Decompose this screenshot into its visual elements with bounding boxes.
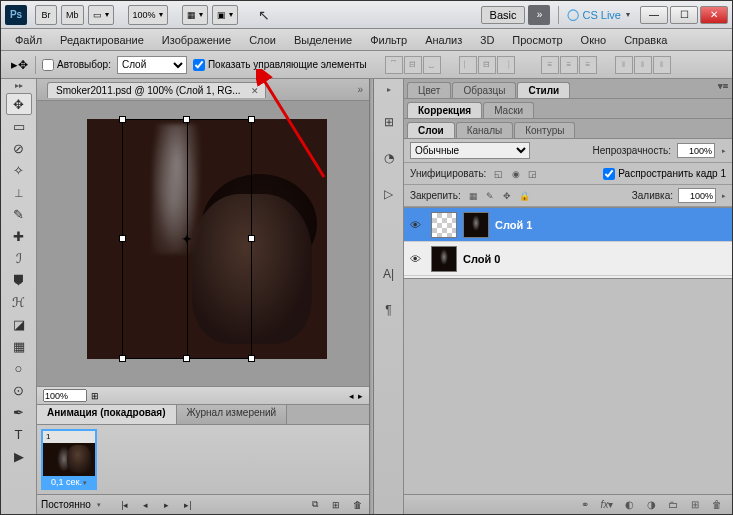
eraser-tool[interactable]: ◪ bbox=[6, 313, 32, 335]
menu-window[interactable]: Окно bbox=[573, 32, 615, 48]
tab-measurement-log[interactable]: Журнал измерений bbox=[177, 405, 288, 424]
layer-name[interactable]: Слой 1 bbox=[495, 219, 532, 231]
bridge-button[interactable]: Br bbox=[35, 5, 57, 25]
transform-handle[interactable] bbox=[248, 116, 255, 123]
move-tool-preset[interactable]: ▸✥ bbox=[9, 55, 29, 75]
fx-icon[interactable]: fx▾ bbox=[598, 499, 616, 510]
eyedropper-tool[interactable]: ✎ bbox=[6, 203, 32, 225]
distribute-2[interactable]: ≡ bbox=[560, 56, 578, 74]
align-bottom[interactable]: ⎵ bbox=[423, 56, 441, 74]
panel-menu-icon[interactable]: ▾≡ bbox=[718, 81, 728, 91]
adjustment-icon[interactable]: ◑ bbox=[642, 499, 660, 510]
paragraph-icon[interactable]: ¶ bbox=[378, 299, 400, 321]
transform-handle[interactable] bbox=[183, 355, 190, 362]
stamp-tool[interactable]: ⛊ bbox=[6, 269, 32, 291]
align-right[interactable]: ⎹ bbox=[497, 56, 515, 74]
collapsed-expand[interactable]: ▸ bbox=[376, 85, 402, 97]
align-vcenter[interactable]: ⊟ bbox=[404, 56, 422, 74]
navigator-icon[interactable]: ◔ bbox=[378, 147, 400, 169]
character-icon[interactable]: A| bbox=[378, 263, 400, 285]
lock-paint-icon[interactable]: ✎ bbox=[483, 188, 498, 203]
brush-tool[interactable]: ℐ bbox=[6, 247, 32, 269]
visibility-icon[interactable]: 👁 bbox=[410, 219, 425, 231]
tab-adjustments[interactable]: Коррекция bbox=[407, 102, 482, 118]
lock-all-icon[interactable]: 🔒 bbox=[517, 188, 532, 203]
status-info-icon[interactable]: ⊞ bbox=[91, 391, 99, 401]
group-icon[interactable]: 🗀 bbox=[664, 499, 682, 510]
workspace-switcher[interactable]: » bbox=[528, 5, 550, 25]
menu-edit[interactable]: Редактирование bbox=[52, 32, 152, 48]
maximize-button[interactable]: ☐ bbox=[670, 6, 698, 24]
move-tool[interactable]: ✥ bbox=[6, 93, 32, 115]
align-top[interactable]: ⎴ bbox=[385, 56, 403, 74]
layer-name[interactable]: Слой 0 bbox=[463, 253, 500, 265]
first-frame[interactable]: |◂ bbox=[117, 498, 133, 512]
auto-select-checkbox[interactable]: Автовыбор: bbox=[42, 59, 111, 71]
animation-frame[interactable]: 1 0,1 сек.▾ bbox=[41, 429, 97, 490]
tab-layers[interactable]: Слои bbox=[407, 122, 455, 138]
delete-frame[interactable]: 🗑 bbox=[349, 498, 365, 512]
minimize-button[interactable]: — bbox=[640, 6, 668, 24]
distribute-1[interactable]: ≡ bbox=[541, 56, 559, 74]
screen-mode-button[interactable]: ▭ bbox=[88, 5, 114, 25]
unify-pos-icon[interactable]: ◱ bbox=[491, 166, 506, 181]
tab-color[interactable]: Цвет bbox=[407, 82, 451, 98]
tab-channels[interactable]: Каналы bbox=[456, 122, 514, 138]
mask-icon[interactable]: ◐ bbox=[620, 499, 638, 510]
align-hcenter[interactable]: ⊟ bbox=[478, 56, 496, 74]
visibility-icon[interactable]: 👁 bbox=[410, 253, 425, 265]
show-transform-controls[interactable]: Показать управляющие элементы bbox=[193, 59, 367, 71]
menu-3d[interactable]: 3D bbox=[472, 32, 502, 48]
transform-handle[interactable] bbox=[248, 355, 255, 362]
wand-tool[interactable]: ✧ bbox=[6, 159, 32, 181]
transform-handle[interactable] bbox=[119, 116, 126, 123]
play[interactable]: ▸ bbox=[159, 498, 175, 512]
gradient-tool[interactable]: ▦ bbox=[6, 335, 32, 357]
tween[interactable]: ⧉ bbox=[307, 498, 323, 512]
close-button[interactable]: ✕ bbox=[700, 6, 728, 24]
new-frame[interactable]: ⊞ bbox=[328, 498, 344, 512]
tools-collapse[interactable]: ▸▸ bbox=[6, 81, 32, 93]
close-tab-icon[interactable]: ✕ bbox=[251, 86, 259, 96]
auto-select-target[interactable]: Слой bbox=[117, 56, 187, 74]
distribute-3[interactable]: ≡ bbox=[579, 56, 597, 74]
tab-masks[interactable]: Маски bbox=[483, 102, 534, 118]
prev-frame[interactable]: ◂ bbox=[138, 498, 154, 512]
tab-swatches[interactable]: Образцы bbox=[452, 82, 516, 98]
lasso-tool[interactable]: ⊘ bbox=[6, 137, 32, 159]
lock-position-icon[interactable]: ✥ bbox=[500, 188, 515, 203]
workspace-basic[interactable]: Basic bbox=[481, 6, 526, 24]
fill-input[interactable] bbox=[678, 188, 716, 203]
brush-presets-icon[interactable]: ▷ bbox=[378, 183, 400, 205]
menu-help[interactable]: Справка bbox=[616, 32, 675, 48]
tab-styles[interactable]: Стили bbox=[517, 82, 570, 98]
transform-handle[interactable] bbox=[119, 355, 126, 362]
blend-mode-select[interactable]: Обычные bbox=[410, 142, 530, 159]
menu-analysis[interactable]: Анализ bbox=[417, 32, 470, 48]
delete-layer-icon[interactable]: 🗑 bbox=[708, 499, 726, 510]
distribute-6[interactable]: ⦀ bbox=[653, 56, 671, 74]
tab-overflow[interactable]: » bbox=[357, 84, 363, 95]
menu-filter[interactable]: Фильтр bbox=[362, 32, 415, 48]
menu-select[interactable]: Выделение bbox=[286, 32, 360, 48]
cs-live-button[interactable]: CS Live bbox=[567, 8, 630, 21]
canvas[interactable]: ✦ bbox=[87, 119, 327, 359]
tab-paths[interactable]: Контуры bbox=[514, 122, 575, 138]
next-frame[interactable]: ▸| bbox=[180, 498, 196, 512]
transform-bounding-box[interactable]: ✦ bbox=[122, 119, 252, 359]
transform-handle[interactable] bbox=[183, 116, 190, 123]
crop-tool[interactable]: ⟂ bbox=[6, 181, 32, 203]
dodge-tool[interactable]: ⊙ bbox=[6, 379, 32, 401]
extras-button[interactable]: ▣ bbox=[212, 5, 238, 25]
layer-row[interactable]: 👁 Слой 1 bbox=[404, 208, 732, 242]
menu-view[interactable]: Просмотр bbox=[504, 32, 570, 48]
text-tool[interactable]: T bbox=[6, 423, 32, 445]
histogram-icon[interactable]: ⊞ bbox=[378, 111, 400, 133]
blur-tool[interactable]: ○ bbox=[6, 357, 32, 379]
document-tab[interactable]: Smoker2011.psd @ 100% (Слой 1, RG... ✕ bbox=[47, 82, 266, 98]
minibridge-button[interactable]: Mb bbox=[61, 5, 84, 25]
menu-layer[interactable]: Слои bbox=[241, 32, 284, 48]
align-left[interactable]: ⎸ bbox=[459, 56, 477, 74]
propagate-frame-checkbox[interactable]: Распространить кадр 1 bbox=[603, 168, 726, 180]
distribute-5[interactable]: ⦀ bbox=[634, 56, 652, 74]
